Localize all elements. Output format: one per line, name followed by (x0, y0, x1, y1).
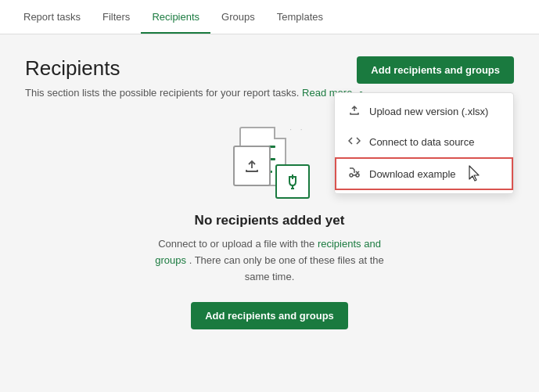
tab-recipients[interactable]: Recipients (141, 2, 210, 34)
upload-icon (347, 104, 361, 119)
top-right-area: Add recipients and groups Upload new ver… (357, 56, 514, 84)
svg-point-1 (356, 174, 359, 177)
download-example-icon (347, 167, 361, 182)
code-icon (347, 135, 361, 149)
tab-filters[interactable]: Filters (92, 2, 141, 34)
cursor-icon (467, 165, 481, 182)
empty-illustration: · · · · · (219, 122, 321, 200)
svg-point-0 (350, 174, 353, 177)
tab-groups[interactable]: Groups (210, 2, 266, 34)
dropdown-item-upload[interactable]: Upload new version (.xlsx) (335, 96, 513, 127)
dropdown-item-download[interactable]: Download example (335, 157, 513, 190)
tab-templates[interactable]: Templates (266, 2, 334, 34)
dropdown-menu: Upload new version (.xlsx) Connect to da… (334, 92, 514, 194)
tab-report-tasks[interactable]: Report tasks (13, 2, 92, 34)
dropdown-item-connect[interactable]: Connect to data source (335, 127, 513, 157)
empty-description: Connect to or upload a file with the rec… (145, 236, 395, 285)
empty-title: No recipients added yet (195, 213, 345, 228)
tab-navigation: Report tasks Filters Recipients Groups T… (0, 0, 539, 34)
upload-box-icon (233, 146, 271, 186)
connector-box-icon (275, 164, 310, 199)
main-content: Recipients This section lists the possib… (0, 34, 539, 351)
add-recipients-button[interactable]: Add recipients and groups (357, 56, 514, 84)
add-recipients-cta-button[interactable]: Add recipients and groups (191, 302, 348, 329)
